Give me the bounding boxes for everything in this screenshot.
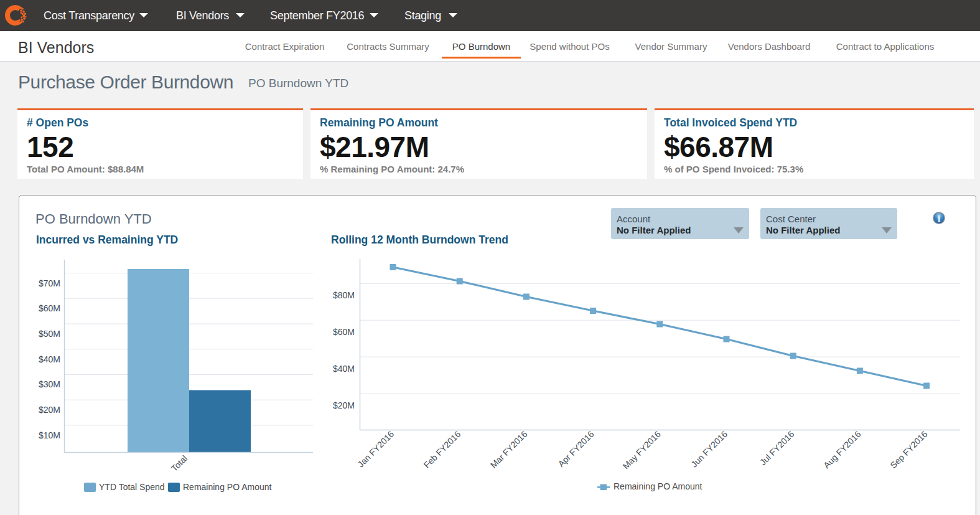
svg-text:$20M: $20M — [333, 400, 355, 410]
svg-text:$10M: $10M — [39, 430, 60, 440]
svg-text:Remaining PO Amount: Remaining PO Amount — [614, 481, 702, 491]
svg-text:May FY2016: May FY2016 — [620, 429, 663, 471]
svg-text:$30M: $30M — [39, 379, 60, 389]
svg-text:Sep FY2016: Sep FY2016 — [888, 429, 930, 471]
svg-text:Jul FY2016: Jul FY2016 — [758, 429, 796, 468]
svg-text:Jun FY2016: Jun FY2016 — [689, 429, 729, 470]
svg-text:$40M: $40M — [39, 354, 60, 364]
svg-text:Aug FY2016: Aug FY2016 — [821, 429, 863, 471]
svg-text:Remaining PO Amount: Remaining PO Amount — [183, 482, 272, 492]
svg-text:Apr FY2016: Apr FY2016 — [556, 429, 596, 469]
svg-text:$60M: $60M — [39, 303, 60, 313]
svg-text:$70M: $70M — [39, 278, 60, 288]
svg-text:Mar FY2016: Mar FY2016 — [488, 429, 530, 470]
svg-text:Feb FY2016: Feb FY2016 — [422, 429, 463, 470]
svg-text:$80M: $80M — [333, 290, 355, 300]
svg-text:YTD Total Spend: YTD Total Spend — [99, 482, 165, 492]
svg-text:Jan FY2016: Jan FY2016 — [355, 429, 396, 470]
svg-text:$20M: $20M — [39, 405, 60, 415]
svg-text:$40M: $40M — [333, 364, 355, 374]
svg-text:Total: Total — [169, 453, 189, 473]
svg-text:$60M: $60M — [333, 327, 355, 337]
svg-text:$50M: $50M — [39, 329, 60, 339]
